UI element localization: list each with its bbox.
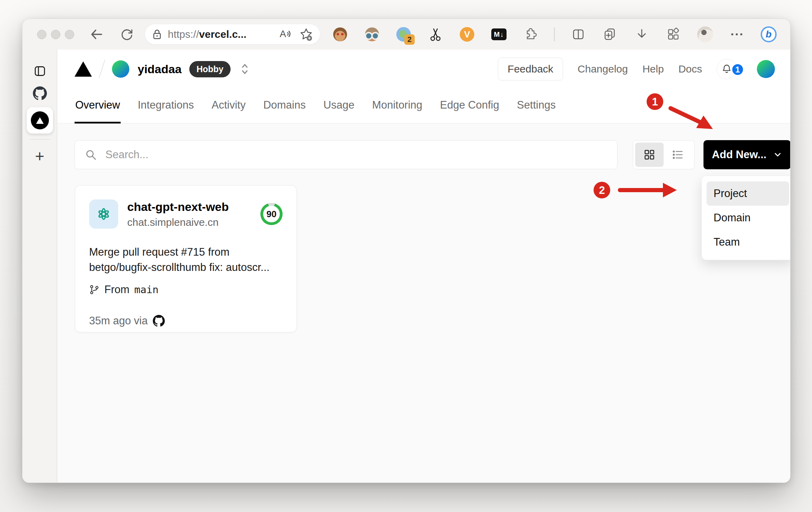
read-aloud-icon[interactable]: A [278,27,294,42]
help-link[interactable]: Help [642,63,664,75]
plan-badge: Hobby [189,61,231,77]
add-new-label: Add New... [712,148,766,161]
project-card[interactable]: chat-gpt-next-web chat.simplenaive.cn 90… [75,185,297,332]
tab-monitoring[interactable]: Monitoring [371,88,423,123]
goggles-extension-icon[interactable] [364,26,380,43]
translate-extension-icon[interactable]: 2 [395,26,412,43]
project-domain[interactable]: chat.simplenaive.cn [127,216,229,228]
notification-count-badge: 1 [731,63,744,76]
feedback-button[interactable]: Feedback [498,58,563,80]
sidebar-divider [30,139,50,139]
edge-sidebar: + [23,50,57,483]
docs-link[interactable]: Docs [679,63,702,75]
svg-text:A: A [280,28,286,39]
lock-icon [152,28,162,40]
tab-integrations[interactable]: Integrations [137,88,195,123]
page-viewport: yidadaa Hobby Feedback Changelog Help Do… [57,50,790,483]
extensions-puzzle-icon[interactable] [522,26,539,43]
extensions-row: 2 V M↓ [332,19,777,50]
view-toggle [633,140,694,169]
vercel-header-row: yidadaa Hobby Feedback Changelog Help Do… [57,50,790,88]
notifications-bell-icon[interactable]: 1 [717,59,737,79]
project-openai-icon [89,199,118,229]
dropdown-item-project[interactable]: Project [707,181,789,206]
add-new-button[interactable]: Add New... [703,140,790,169]
team-avatar[interactable] [112,60,129,78]
vercel-triangle-logo[interactable] [75,61,92,77]
list-view-icon [671,148,685,162]
vercel-body: Add New... Project Domain Team [57,123,790,483]
traffic-lights [37,30,74,39]
user-avatar[interactable] [757,60,775,78]
refresh-button[interactable] [119,26,135,43]
breadcrumb-slash [98,60,105,78]
grid-view-button[interactable] [635,143,664,167]
vercel-tabs: Overview Integrations Activity Domains U… [57,88,790,123]
add-to-collection-icon[interactable] [602,26,618,43]
downloads-icon[interactable] [633,26,650,43]
url-text: https://vercel.c... [168,28,278,40]
tab-edge-config[interactable]: Edge Config [439,88,500,123]
team-name[interactable]: yidadaa [138,62,182,76]
apps-bento-icon[interactable] [665,26,682,43]
video-extension-icon[interactable]: V [459,26,475,43]
project-card-header: chat-gpt-next-web chat.simplenaive.cn 90 [89,199,283,229]
dropdown-item-domain[interactable]: Domain [707,206,789,230]
sidebar-tab-vercel-active[interactable] [27,107,53,134]
team-switcher-icon[interactable] [239,62,251,76]
chevron-down-icon [773,150,783,160]
deploy-time: 35m ago via [89,315,148,327]
monkey-extension-icon[interactable] [332,26,348,43]
github-icon [153,315,165,327]
list-view-button[interactable] [664,143,692,167]
profile-avatar[interactable] [697,26,714,43]
commit-message[interactable]: Merge pull request #715 from betgo/bugfi… [89,245,283,275]
branch-name: main [134,284,158,296]
vercel-header: yidadaa Hobby Feedback Changelog Help Do… [57,50,790,123]
zoom-window-button[interactable] [65,30,74,39]
grid-view-icon [642,148,656,162]
back-button[interactable] [88,26,105,43]
project-texts: chat-gpt-next-web chat.simplenaive.cn [127,200,229,228]
search-input[interactable] [105,148,617,161]
more-options-icon[interactable] [728,26,745,43]
close-window-button[interactable] [37,30,46,39]
extension-badge: 2 [404,34,415,45]
screenshot-stage: https://vercel.c... A 2 V M↓ [0,0,812,512]
toolbar-divider [554,27,555,41]
deploy-meta: 35m ago via [89,315,283,327]
header-actions: Feedback Changelog Help Docs 1 [498,58,775,80]
git-branch-icon [89,284,100,295]
copilot-icon[interactable]: b [760,26,777,43]
branch-label: From [104,283,129,296]
vercel-logo-icon [31,111,49,129]
tab-settings[interactable]: Settings [516,88,556,123]
tab-domains[interactable]: Domains [262,88,306,123]
tab-usage[interactable]: Usage [323,88,355,123]
project-name[interactable]: chat-gpt-next-web [127,200,229,214]
changelog-link[interactable]: Changelog [578,63,628,75]
tab-pane-icon[interactable] [27,60,53,82]
sidebar-tab-github[interactable] [27,82,53,104]
split-screen-icon[interactable] [570,26,587,43]
dropdown-item-team[interactable]: Team [707,230,789,254]
tab-overview[interactable]: Overview [75,88,121,123]
chrome-body: + yidadaa Hobby Feedback [23,50,790,483]
tab-activity[interactable]: Activity [211,88,246,123]
new-tab-button[interactable]: + [27,145,53,167]
scissors-extension-icon[interactable] [427,26,444,43]
score-value: 90 [263,206,280,222]
favorite-star-icon[interactable] [299,27,314,42]
browser-toolbar: https://vercel.c... A 2 V M↓ [23,19,790,50]
search-box[interactable] [75,140,617,169]
search-icon [84,148,98,162]
score-ring[interactable]: 90 [260,203,283,225]
branch-row: From main [89,283,283,296]
markdown-extension-icon[interactable]: M↓ [491,26,507,43]
minimize-window-button[interactable] [51,30,60,39]
address-bar[interactable]: https://vercel.c... A [145,24,320,44]
browser-window: https://vercel.c... A 2 V M↓ [22,19,791,483]
add-new-dropdown: Project Domain Team [701,176,790,260]
